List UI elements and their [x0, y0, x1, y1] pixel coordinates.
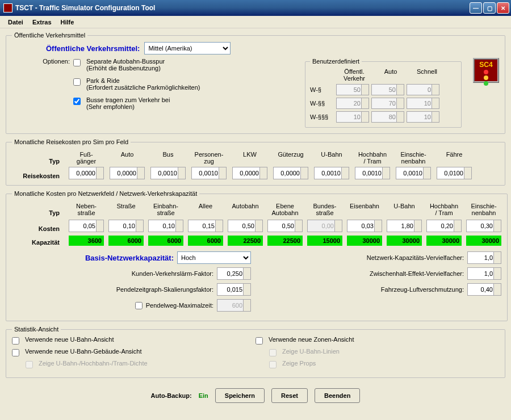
quit-button[interactable]: Beenden: [315, 388, 360, 403]
net-head-8: U-Bahn: [387, 203, 422, 216]
net-cap-8: 30000: [387, 236, 422, 246]
travel-val-6[interactable]: 0,0010: [314, 167, 349, 179]
stats-right-label-0: Verwende neue Zonen-Ansicht: [269, 336, 354, 343]
opv-option-1[interactable]: [73, 78, 81, 86]
travel-head-3: Personen- zug: [191, 151, 227, 165]
app-icon: [3, 3, 12, 12]
userdef-legend: Benutzerdefiniert: [310, 58, 362, 65]
ud-spin-2-2[interactable]: 10: [407, 111, 439, 123]
commute-max-check[interactable]: [135, 302, 143, 309]
left-param-val-0[interactable]: 0,250: [217, 267, 251, 280]
right-param-val-0[interactable]: 1,0: [467, 251, 501, 264]
net-cost-10[interactable]: 0,30: [466, 220, 501, 232]
opv-select[interactable]: Mittel (Amerika): [144, 42, 231, 54]
stats-legend: Statistik-Ansicht: [12, 326, 61, 333]
footer: Auto-Backup: Ein Speichern Reset Beenden: [6, 383, 505, 409]
travel-head-6: U-Bahn: [314, 151, 349, 165]
travel-head-5: Güterzug: [273, 151, 308, 165]
net-head-5: Ebene Autobahn: [267, 203, 303, 216]
ud-spin-1-1[interactable]: 70: [371, 98, 404, 109]
travel-head-0: Fuß- gänger: [69, 151, 104, 165]
net-cost-9[interactable]: 0,20: [426, 220, 462, 232]
stats-right-0[interactable]: [256, 337, 263, 345]
ud-col-2: Schnell: [409, 68, 445, 82]
net-cap-10: 30000: [466, 236, 501, 246]
left-param-label-1: Pendelzeitgraph-Skalierungsfaktor:: [116, 286, 213, 293]
net-cap-1: 6000: [108, 236, 144, 246]
net-head-0: Neben- straße: [69, 203, 104, 216]
travel-val-7[interactable]: 0,0010: [355, 167, 390, 179]
travel-val-5[interactable]: 0,0000: [273, 167, 308, 179]
userdef-group: Benutzerdefiniert Öffentl. VerkehrAutoSc…: [305, 58, 462, 128]
menu-extras[interactable]: Extras: [28, 17, 56, 27]
net-cost-7[interactable]: 0,03: [347, 220, 382, 232]
ud-spin-1-2[interactable]: 10: [407, 98, 439, 109]
net-head-9: Hochbahn / Tram: [426, 203, 462, 216]
ud-spin-1-0[interactable]: 20: [336, 98, 369, 109]
net-cost-6: 0,00: [307, 220, 342, 232]
net-cost-3[interactable]: 0,15: [188, 220, 223, 232]
stats-left-0[interactable]: [12, 337, 19, 345]
stats-left-2: [26, 361, 33, 368]
typ-label-2: Typ: [12, 209, 63, 216]
travel-head-1: Auto: [110, 151, 145, 165]
ud-spin-0-1[interactable]: 50: [371, 84, 404, 95]
ud-spin-0-0[interactable]: 50: [336, 84, 369, 95]
net-cost-2[interactable]: 0,10: [148, 220, 183, 232]
commute-max-label: Pendelweg-Maximalzeit:: [146, 302, 213, 309]
base-cap-select[interactable]: Hoch: [177, 251, 251, 264]
autobackup-label: Auto-Backup:: [151, 392, 192, 399]
autobackup-value: Ein: [199, 392, 208, 399]
save-button[interactable]: Speichern: [215, 388, 265, 403]
left-param-val-1[interactable]: 0,015: [217, 283, 251, 296]
minimize-button[interactable]: —: [470, 2, 482, 14]
network-legend: Monatliche Kosten pro Netzwerkfeld / Net…: [12, 190, 199, 197]
travel-head-7: Hochbahn / Tram: [355, 151, 390, 165]
net-cost-8[interactable]: 1,80: [387, 220, 422, 232]
net-head-7: Eisenbahn: [347, 203, 382, 216]
travel-val-4[interactable]: 0,0000: [232, 167, 267, 179]
travel-head-4: LKW: [232, 151, 267, 165]
travel-val-9[interactable]: 0,0100: [437, 167, 472, 179]
travel-val-0[interactable]: 0,0000: [69, 167, 104, 179]
window-title: TSCT - Traffic Simulator Configuration T…: [15, 4, 470, 12]
menu-help[interactable]: Hilfe: [56, 17, 79, 27]
right-param-val-1[interactable]: 1,0: [467, 267, 501, 280]
right-param-label-1: Zwischenhalt-Effekt-Vervielfacher:: [370, 270, 464, 277]
reset-button[interactable]: Reset: [271, 388, 308, 403]
stats-left-1[interactable]: [12, 349, 19, 356]
travel-val-8[interactable]: 0,0010: [396, 167, 431, 179]
net-cost-0[interactable]: 0,05: [69, 220, 104, 232]
menu-file[interactable]: Datei: [3, 17, 28, 27]
left-param-label-0: Kunden-Verkehrslärm-Faktor:: [132, 270, 213, 277]
opv-option-text-1: Park & Ride: [86, 77, 200, 84]
net-cap-6: 15000: [307, 236, 342, 246]
travel-val-3[interactable]: 0,0010: [191, 167, 227, 179]
opv-option-0[interactable]: [73, 59, 81, 66]
net-cost-4[interactable]: 0,50: [228, 220, 263, 232]
stats-right-1: [269, 349, 277, 356]
ud-spin-2-0[interactable]: 10: [336, 111, 369, 123]
opv-option-sub-1: (Erfordert zusätzliche Parkmöglichkeiten…: [86, 84, 200, 91]
commute-max-input[interactable]: 600: [217, 299, 251, 312]
travel-row-label: Reisekosten: [12, 173, 63, 179]
ud-spin-0-2[interactable]: 0: [407, 84, 439, 95]
right-param-label-2: Fahrzeug-Luftverschmutzung:: [381, 286, 464, 293]
travel-head-2: Bus: [150, 151, 186, 165]
net-cost-1[interactable]: 0,10: [108, 220, 144, 232]
net-head-3: Allee: [188, 203, 223, 216]
net-cost-5[interactable]: 0,50: [267, 220, 303, 232]
travel-head-9: Fähre: [437, 151, 472, 165]
travel-val-1[interactable]: 0,0000: [110, 167, 145, 179]
net-cap-7: 30000: [347, 236, 382, 246]
net-head-2: Einbahn- straße: [148, 203, 183, 216]
ud-spin-2-1[interactable]: 80: [371, 111, 404, 123]
opv-option-text-0: Separate Autobahn-Busspur: [86, 58, 165, 65]
opv-option-2[interactable]: [73, 98, 81, 105]
right-param-val-2[interactable]: 0,40: [467, 283, 501, 296]
travel-val-2[interactable]: 0,0010: [150, 167, 186, 179]
maximize-button[interactable]: ▢: [483, 2, 496, 14]
net-cap-4: 22500: [228, 236, 263, 246]
opv-option-text-2: Busse tragen zum Verkehr bei: [86, 96, 170, 103]
close-button[interactable]: [497, 2, 509, 14]
